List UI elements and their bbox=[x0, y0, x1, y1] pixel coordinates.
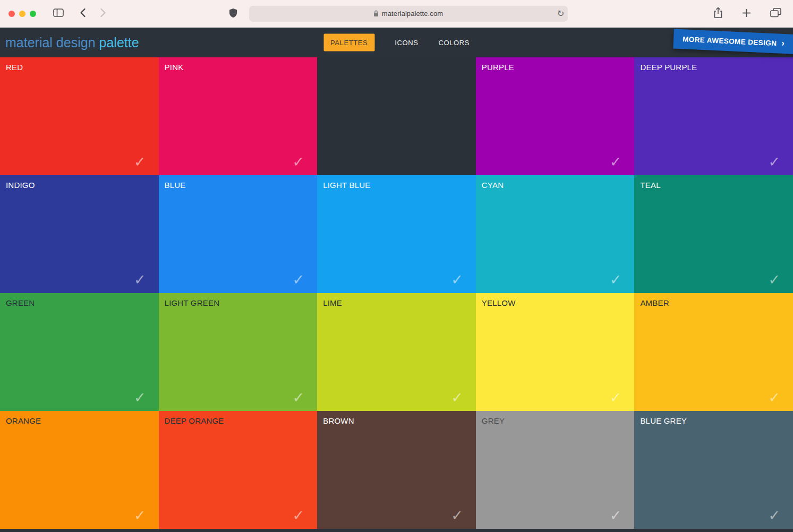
color-tile-label: PURPLE bbox=[482, 63, 514, 72]
color-tile-label: DEEP PURPLE bbox=[640, 63, 697, 72]
checkmark-icon: ✓ bbox=[610, 271, 622, 288]
window-controls bbox=[8, 11, 36, 17]
tabs-icon bbox=[770, 8, 781, 19]
color-tile-label: LIGHT GREEN bbox=[165, 298, 220, 307]
sidebar-icon bbox=[53, 8, 64, 19]
color-tile-grey[interactable]: GREY✓ bbox=[476, 411, 635, 529]
color-tile-pink[interactable]: PINK✓ bbox=[159, 57, 318, 175]
toolbar-right bbox=[710, 5, 785, 22]
checkmark-icon: ✓ bbox=[134, 389, 146, 406]
privacy-shield-button[interactable] bbox=[226, 6, 241, 22]
color-tile-light-green[interactable]: LIGHT GREEN✓ bbox=[159, 293, 318, 411]
color-tile-label: BLUE bbox=[165, 181, 186, 190]
checkmark-icon: ✓ bbox=[610, 389, 622, 406]
color-tile-amber[interactable]: AMBER✓ bbox=[634, 293, 793, 411]
checkmark-icon: ✓ bbox=[451, 507, 463, 524]
site-logo[interactable]: material designpalette bbox=[5, 35, 139, 50]
palette-grid: RED✓PINK✓PURPLE✓DEEP PURPLE✓INDIGO✓BLUE✓… bbox=[0, 57, 793, 529]
color-tile-label: INDIGO bbox=[6, 181, 35, 190]
shield-icon bbox=[229, 8, 237, 20]
color-tile-green[interactable]: GREEN✓ bbox=[0, 293, 159, 411]
color-tile-red[interactable]: RED✓ bbox=[0, 57, 159, 175]
zoom-button[interactable] bbox=[30, 11, 36, 17]
color-tile-light-blue[interactable]: LIGHT BLUE✓ bbox=[317, 175, 476, 293]
checkmark-icon: ✓ bbox=[768, 153, 780, 170]
checkmark-icon: ✓ bbox=[293, 507, 305, 524]
checkmark-icon: ✓ bbox=[768, 389, 780, 406]
color-tile-brown[interactable]: BROWN✓ bbox=[317, 411, 476, 529]
chevron-right-icon bbox=[100, 8, 106, 19]
chevron-right-icon: › bbox=[781, 39, 785, 48]
forward-button[interactable] bbox=[97, 6, 109, 21]
color-tile-label: LIME bbox=[323, 298, 342, 307]
color-tile-blank[interactable] bbox=[317, 57, 476, 175]
color-tile-lime[interactable]: LIME✓ bbox=[317, 293, 476, 411]
color-tile-label: BLUE GREY bbox=[640, 416, 687, 425]
color-tile-label: PINK bbox=[165, 63, 184, 72]
checkmark-icon: ✓ bbox=[451, 389, 463, 406]
refresh-button[interactable]: ↻ bbox=[557, 10, 564, 18]
checkmark-icon: ✓ bbox=[768, 271, 780, 288]
checkmark-icon: ✓ bbox=[134, 507, 146, 524]
checkmark-icon: ✓ bbox=[293, 271, 305, 288]
color-tile-label: LIGHT BLUE bbox=[323, 181, 370, 190]
address-bar[interactable]: materialpalette.com ↻ bbox=[249, 6, 568, 22]
checkmark-icon: ✓ bbox=[451, 271, 463, 288]
tabs-overview-button[interactable] bbox=[767, 6, 785, 21]
checkmark-icon: ✓ bbox=[134, 153, 146, 170]
sidebar-toggle-button[interactable] bbox=[50, 6, 67, 21]
color-tile-orange[interactable]: ORANGE✓ bbox=[0, 411, 159, 529]
color-tile-deep-purple[interactable]: DEEP PURPLE✓ bbox=[634, 57, 793, 175]
color-tile-label: CYAN bbox=[482, 181, 504, 190]
color-tile-label: RED bbox=[6, 63, 23, 72]
color-tile-label: BROWN bbox=[323, 416, 354, 425]
plus-icon bbox=[742, 8, 751, 19]
browser-chrome: materialpalette.com ↻ bbox=[0, 0, 793, 28]
color-tile-deep-orange[interactable]: DEEP ORANGE✓ bbox=[159, 411, 318, 529]
main-nav: PALETTES ICONS COLORS bbox=[323, 34, 470, 52]
color-tile-yellow[interactable]: YELLOW✓ bbox=[476, 293, 635, 411]
color-tile-indigo[interactable]: INDIGO✓ bbox=[0, 175, 159, 293]
color-tile-label: ORANGE bbox=[6, 416, 41, 425]
checkmark-icon: ✓ bbox=[134, 271, 146, 288]
share-icon bbox=[713, 7, 723, 20]
share-button[interactable] bbox=[710, 5, 726, 22]
address-bar-group: materialpalette.com ↻ bbox=[226, 6, 568, 22]
color-tile-label: DEEP ORANGE bbox=[165, 416, 224, 425]
tab-palettes[interactable]: PALETTES bbox=[323, 34, 374, 52]
minimize-button[interactable] bbox=[19, 11, 25, 17]
chevron-left-icon bbox=[80, 8, 86, 19]
color-tile-label: GREEN bbox=[6, 298, 35, 307]
color-tile-blue-grey[interactable]: BLUE GREY✓ bbox=[634, 411, 793, 529]
tab-icons[interactable]: ICONS bbox=[395, 39, 418, 47]
checkmark-icon: ✓ bbox=[610, 507, 622, 524]
color-tile-purple[interactable]: PURPLE✓ bbox=[476, 57, 635, 175]
checkmark-icon: ✓ bbox=[768, 507, 780, 524]
banner-label: MORE AWESOME DESIGN bbox=[682, 35, 777, 47]
new-tab-button[interactable] bbox=[739, 6, 754, 21]
logo-text-accent: palette bbox=[99, 35, 139, 50]
logo-text-primary: material design bbox=[5, 35, 96, 50]
lock-icon bbox=[373, 10, 379, 17]
checkmark-icon: ✓ bbox=[610, 153, 622, 170]
back-button[interactable] bbox=[76, 6, 89, 21]
color-tile-label: GREY bbox=[482, 416, 505, 425]
tab-colors[interactable]: COLORS bbox=[438, 39, 470, 47]
history-buttons bbox=[76, 6, 109, 21]
color-tile-blue[interactable]: BLUE✓ bbox=[159, 175, 318, 293]
color-tile-teal[interactable]: TEAL✓ bbox=[634, 175, 793, 293]
close-button[interactable] bbox=[8, 11, 15, 17]
color-tile-label: TEAL bbox=[640, 181, 660, 190]
checkmark-icon: ✓ bbox=[293, 389, 305, 406]
browser-window: materialpalette.com ↻ bbox=[0, 0, 793, 532]
color-tile-label: YELLOW bbox=[482, 298, 516, 307]
color-tile-label: AMBER bbox=[640, 298, 669, 307]
checkmark-icon: ✓ bbox=[293, 153, 305, 170]
color-tile-cyan[interactable]: CYAN✓ bbox=[476, 175, 635, 293]
url-text: materialpalette.com bbox=[382, 10, 443, 18]
